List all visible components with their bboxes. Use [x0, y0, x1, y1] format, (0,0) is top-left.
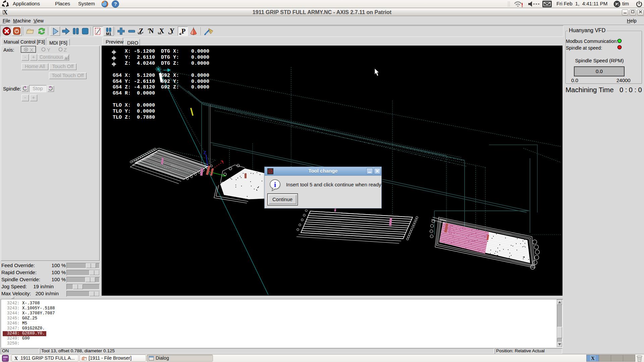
svg-text:X: X	[14, 356, 18, 361]
svg-text:M1: M1	[106, 32, 111, 36]
svg-text:X: X	[591, 356, 595, 361]
svg-text:!: !	[521, 2, 523, 7]
svg-text:Z: Z	[139, 27, 143, 35]
svg-text:Y: Y	[170, 27, 175, 35]
svg-text:P: P	[181, 27, 185, 35]
svg-text:Z: Z	[204, 150, 206, 156]
svg-text:i: i	[274, 180, 276, 189]
svg-text:?: ?	[114, 1, 117, 7]
svg-text:X: X	[159, 27, 164, 35]
svg-text:N: N	[149, 27, 154, 35]
